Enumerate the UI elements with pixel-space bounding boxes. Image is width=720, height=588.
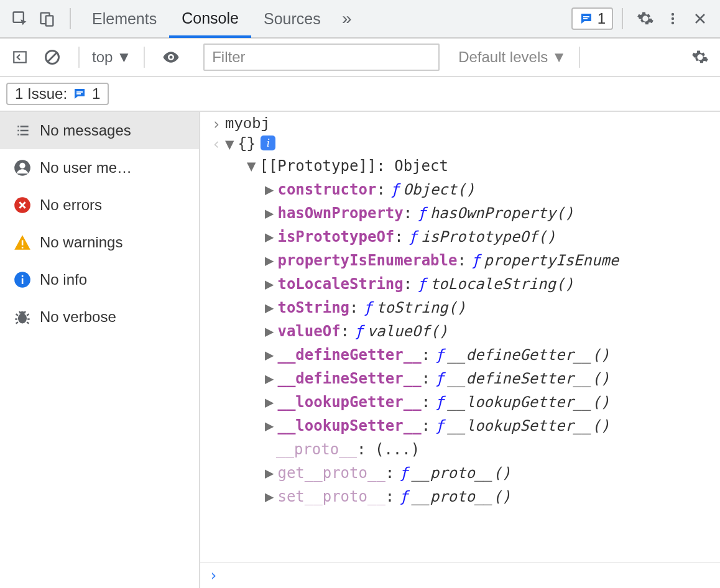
expand-toggle[interactable]: ▶ [265, 461, 274, 485]
error-icon [0, 196, 31, 214]
function-keyword: ƒ [354, 319, 363, 343]
sidebar-item-errors[interactable]: No errors [0, 186, 199, 224]
function-keyword: ƒ [471, 249, 480, 272]
toggle-sidebar-icon[interactable] [6, 44, 34, 71]
expand-toggle[interactable]: ▶ [265, 178, 274, 201]
svg-rect-2 [46, 16, 53, 25]
function-name[interactable]: __defineSetter__() [448, 367, 610, 390]
expand-toggle[interactable]: ▶ [265, 343, 274, 367]
input-chevron-icon: › [208, 116, 225, 133]
tab-elements[interactable]: Elements [80, 0, 169, 37]
property-name[interactable]: valueOf [277, 319, 340, 343]
console-output: › myobj ‹ ▼ {} i ▼ [[Prototype]]: Object… [200, 112, 720, 588]
levels-label: Default levels [458, 48, 548, 66]
property-name[interactable]: __defineGetter__ [277, 343, 421, 367]
svg-rect-19 [22, 278, 24, 284]
info-badge-icon[interactable]: i [261, 136, 275, 150]
prototype-value[interactable]: Object [394, 154, 448, 178]
property-name[interactable]: __lookupGetter__ [277, 390, 421, 414]
issues-count: 1 [92, 85, 100, 103]
clear-console-icon[interactable] [39, 44, 66, 71]
property-name[interactable]: hasOwnProperty [277, 201, 403, 225]
expand-toggle[interactable]: ▶ [265, 485, 274, 508]
function-name[interactable]: Object() [403, 178, 475, 201]
property-name[interactable]: __defineSetter__ [277, 367, 421, 390]
property-name[interactable]: __lookupSetter__ [277, 414, 421, 438]
sidebar-item-warnings[interactable]: No warnings [0, 224, 199, 261]
tab-console[interactable]: Console [169, 1, 251, 38]
issues-count-top: 1 [598, 10, 606, 27]
function-keyword: ƒ [417, 272, 426, 296]
svg-rect-11 [76, 91, 83, 93]
function-name[interactable]: __proto__() [412, 461, 511, 485]
console-settings-gear-icon[interactable] [686, 44, 714, 71]
svg-point-6 [672, 17, 674, 20]
expand-toggle[interactable]: ▶ [265, 225, 274, 249]
sidebar-item-label: No info [40, 271, 87, 288]
property-name[interactable]: isPrototypeOf [277, 225, 394, 249]
function-name[interactable]: hasOwnProperty() [430, 201, 574, 225]
bug-icon [0, 308, 31, 326]
property-value[interactable]: (...) [375, 438, 420, 461]
sidebar-item-verbose[interactable]: No verbose [0, 298, 199, 336]
function-name[interactable]: __proto__() [412, 485, 511, 508]
property-name[interactable]: __proto__ [276, 438, 357, 461]
function-name[interactable]: propertyIsEnume [484, 249, 619, 272]
close-devtools-icon[interactable] [686, 5, 714, 32]
issues-badge-top[interactable]: 1 [571, 7, 613, 30]
collapse-toggle[interactable]: ▼ [225, 136, 234, 153]
property-name[interactable]: __proto__ [305, 461, 385, 485]
svg-rect-8 [14, 52, 26, 62]
function-name[interactable]: toString() [376, 296, 466, 319]
more-tabs-icon[interactable]: » [333, 5, 361, 32]
function-name[interactable]: __lookupSetter__() [448, 414, 610, 438]
sidebar-item-label: No verbose [40, 308, 116, 326]
sidebar-item-label: No errors [40, 196, 102, 214]
output-chevron-icon: ‹ [208, 136, 225, 153]
live-expression-icon[interactable] [157, 44, 185, 71]
device-toggle-icon[interactable] [34, 5, 61, 32]
filter-input[interactable] [203, 44, 440, 71]
issues-label: 1 Issue: [15, 85, 67, 103]
function-name[interactable]: valueOf() [367, 319, 448, 343]
function-name[interactable]: __lookupGetter__() [448, 390, 610, 414]
function-name[interactable]: isPrototypeOf() [421, 225, 556, 249]
collapse-toggle[interactable]: ▼ [247, 154, 256, 178]
expand-toggle[interactable]: ▶ [265, 367, 274, 390]
svg-point-10 [170, 56, 173, 59]
property-name[interactable]: __proto__ [305, 485, 385, 508]
property-name[interactable]: toString [277, 296, 349, 319]
property-name[interactable]: constructor [277, 178, 376, 201]
accessor-prefix: set [277, 485, 304, 508]
console-prompt[interactable]: › [200, 562, 720, 588]
context-selector[interactable]: top ▼ [92, 48, 131, 66]
sidebar-item-info[interactable]: No info [0, 261, 199, 298]
inspect-element-icon[interactable] [6, 5, 34, 32]
expand-toggle[interactable]: ▶ [265, 414, 274, 438]
expand-toggle[interactable]: ▶ [265, 272, 274, 296]
tab-sources[interactable]: Sources [251, 0, 333, 37]
expand-toggle[interactable]: ▶ [265, 296, 274, 319]
svg-point-14 [19, 163, 25, 168]
sidebar-item-user[interactable]: No user me… [0, 149, 199, 186]
sidebar-item-label: No messages [40, 122, 131, 139]
sidebar-item-messages[interactable]: No messages [0, 112, 199, 149]
function-name[interactable]: toLocaleString() [430, 272, 574, 296]
settings-gear-icon[interactable] [632, 5, 659, 32]
warning-icon [0, 234, 31, 251]
expand-toggle[interactable]: ▶ [265, 390, 274, 414]
issues-pill[interactable]: 1 Issue: 1 [6, 83, 109, 105]
kebab-menu-icon[interactable] [659, 5, 686, 32]
info-icon [0, 271, 31, 288]
expand-toggle[interactable]: ▶ [265, 201, 274, 225]
expand-toggle[interactable]: ▶ [265, 319, 274, 343]
function-name[interactable]: __defineGetter__() [448, 343, 610, 367]
function-keyword: ƒ [435, 343, 444, 367]
function-keyword: ƒ [364, 296, 372, 319]
log-levels-selector[interactable]: Default levels ▼ [458, 48, 566, 66]
property-name[interactable]: propertyIsEnumerable [277, 249, 457, 272]
svg-point-22 [21, 311, 25, 316]
expand-toggle[interactable]: ▶ [265, 249, 274, 272]
object-root[interactable]: {} [238, 136, 256, 152]
property-name[interactable]: toLocaleString [277, 272, 403, 296]
